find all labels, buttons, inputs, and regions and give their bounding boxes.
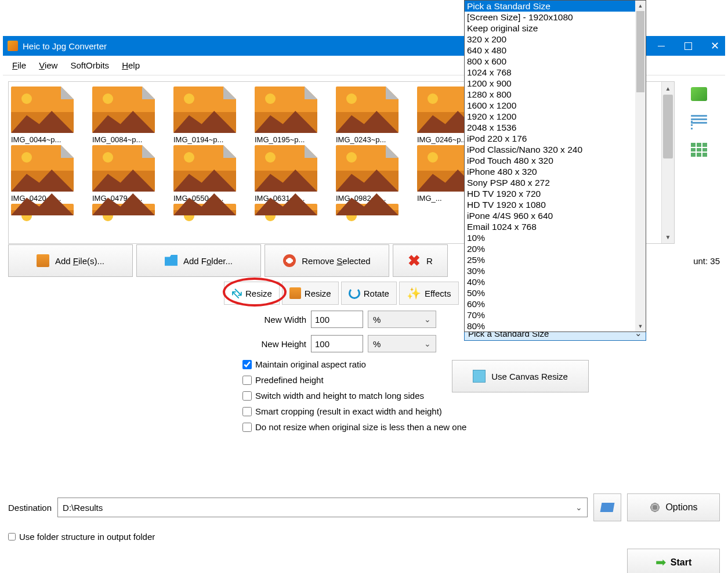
dropdown-option[interactable]: 40%: [465, 276, 646, 287]
minimize-button[interactable]: [648, 36, 675, 56]
grid-view-icon[interactable]: [691, 143, 707, 157]
dropdown-option[interactable]: 80%: [465, 320, 646, 331]
menu-help[interactable]: Help: [116, 58, 146, 73]
dropdown-option[interactable]: iPhone 480 x 320: [465, 166, 646, 177]
dropdown-option[interactable]: Email 1024 x 768: [465, 221, 646, 232]
dropdown-option[interactable]: iPod Classic/Nano 320 x 240: [465, 144, 646, 155]
tab-resize-image[interactable]: Resize: [282, 282, 339, 305]
thumbnail-label: IMG_0243~p...: [336, 135, 405, 144]
folder-structure-checkbox[interactable]: [8, 533, 16, 540]
dd-scroll-down-icon[interactable]: ▼: [635, 321, 646, 331]
menu-file[interactable]: File: [6, 58, 32, 73]
dropdown-option[interactable]: 1600 x 1200: [465, 100, 646, 111]
thumbnail-label: IMG_0195~p...: [255, 135, 324, 144]
dropdown-option[interactable]: 640 x 480: [465, 45, 646, 56]
thumbnail-item[interactable]: IMG_0194~p...: [173, 87, 243, 144]
new-height-input[interactable]: [311, 335, 363, 352]
thumbs-scrollbar[interactable]: ▲ ▼: [661, 82, 674, 243]
thumbnail-item[interactable]: IMG_0420~p...: [11, 145, 81, 203]
browse-folder-icon: [600, 503, 615, 512]
dd-scroll-up-icon[interactable]: ▲: [635, 1, 646, 11]
switch-wh-checkbox[interactable]: [242, 391, 252, 401]
dropdown-option[interactable]: 30%: [465, 265, 646, 276]
dropdown-option[interactable]: 320 x 200: [465, 34, 646, 45]
dropdown-option[interactable]: 800 x 600: [465, 56, 646, 67]
thumbnail-item[interactable]: IMG_0550~p...: [173, 145, 243, 203]
maintain-aspect-checkbox[interactable]: [242, 360, 252, 369]
scroll-down-icon[interactable]: ▼: [662, 230, 674, 243]
start-button[interactable]: ➡Start: [627, 549, 720, 573]
dropdown-option[interactable]: 25%: [465, 254, 646, 265]
dropdown-option[interactable]: 60%: [465, 298, 646, 309]
standard-size-dropdown[interactable]: Pick a Standard Size[Screen Size] - 1920…: [464, 0, 646, 332]
dropdown-scrollbar[interactable]: ▲ ▼: [635, 1, 646, 331]
no-resize-checkbox[interactable]: [242, 423, 252, 432]
scroll-up-icon[interactable]: ▲: [662, 82, 674, 95]
menu-view[interactable]: View: [33, 58, 63, 73]
remove-all-button[interactable]: ✖ R: [393, 244, 448, 277]
view-switcher: [691, 87, 707, 157]
smart-crop-checkbox[interactable]: [242, 407, 252, 416]
dropdown-option[interactable]: 50%: [465, 287, 646, 298]
dropdown-option[interactable]: 1920 x 1200: [465, 111, 646, 122]
options-button[interactable]: Options: [627, 493, 720, 521]
predefined-height-checkbox[interactable]: [242, 376, 252, 385]
dropdown-option[interactable]: iPone 4/4S 960 x 640: [465, 210, 646, 221]
thumbnail-item[interactable]: IMG_0479~p...: [92, 145, 162, 203]
dropdown-option[interactable]: iPod 220 x 176: [465, 133, 646, 144]
thumbnail-item[interactable]: IMG_0243~p...: [336, 87, 405, 144]
app-icon: [8, 41, 18, 51]
thumbnail-view-icon[interactable]: [691, 87, 707, 101]
thumbnail-item[interactable]: IMG_0982~p...: [336, 145, 405, 203]
folder-icon: [165, 254, 178, 267]
thumbnail-label: IMG_0194~p...: [173, 135, 243, 144]
add-files-button[interactable]: Add File(s)...: [8, 244, 133, 277]
destination-input[interactable]: D:\Results: [57, 498, 588, 517]
tab-resize[interactable]: ⇄ Resize: [224, 282, 280, 305]
dropdown-option[interactable]: iPod Touch 480 x 320: [465, 155, 646, 166]
dropdown-option[interactable]: 1024 x 768: [465, 67, 646, 78]
canvas-resize-button[interactable]: Use Canvas Resize: [452, 360, 589, 392]
add-folder-button[interactable]: Add Folder...: [136, 244, 261, 277]
remove-icon: [283, 254, 296, 267]
dropdown-option[interactable]: 10%: [465, 232, 646, 243]
scroll-thumb[interactable]: [663, 95, 673, 158]
destination-label: Destination: [8, 503, 52, 513]
bottom-bar: Destination D:\Results Options Use folde…: [8, 493, 720, 573]
dropdown-option[interactable]: [Screen Size] - 1920x1080: [465, 12, 646, 23]
tab-effects[interactable]: ✨ Effects: [399, 282, 459, 305]
close-button[interactable]: ✕: [701, 36, 728, 56]
new-width-label: New Width: [242, 315, 306, 325]
dropdown-option[interactable]: 20%: [465, 243, 646, 254]
height-unit-select[interactable]: %: [368, 335, 436, 352]
thumbnail-item[interactable]: IMG_0044~p...: [11, 87, 81, 144]
thumbnail-label: IMG_0044~p...: [11, 135, 81, 144]
dropdown-option[interactable]: 70%: [465, 309, 646, 320]
browse-button[interactable]: [593, 493, 621, 521]
image-icon: [289, 287, 301, 299]
effects-icon: ✨: [407, 286, 421, 300]
remove-selected-button[interactable]: Remove Selected: [265, 244, 389, 277]
window-title: Heic to Jpg Converter: [23, 41, 107, 51]
thumbnail-item[interactable]: IMG_0084~p...: [92, 87, 162, 144]
resize-arrow-icon: ⇄: [227, 284, 245, 302]
thumbnail-item[interactable]: IMG_0631~p...: [255, 145, 324, 203]
thumbnail-item[interactable]: IMG_0195~p...: [255, 87, 324, 144]
width-unit-select[interactable]: %: [368, 311, 436, 328]
dropdown-option[interactable]: HD TV 1920 x 1080: [465, 199, 646, 210]
dropdown-option[interactable]: Pick a Standard Size: [465, 1, 646, 12]
file-icon: [37, 254, 49, 267]
dropdown-option[interactable]: 1200 x 900: [465, 78, 646, 89]
dropdown-option[interactable]: 1280 x 800: [465, 89, 646, 100]
dropdown-option[interactable]: Sony PSP 480 x 272: [465, 177, 646, 188]
dropdown-option[interactable]: Keep original size: [465, 23, 646, 34]
tab-rotate[interactable]: Rotate: [341, 282, 397, 305]
dd-scroll-thumb[interactable]: [636, 11, 644, 92]
maximize-button[interactable]: [675, 36, 701, 56]
list-view-icon[interactable]: [691, 115, 707, 129]
dropdown-option[interactable]: HD TV 1920 x 720: [465, 188, 646, 199]
menu-softorbits[interactable]: SoftOrbits: [64, 58, 115, 73]
gear-icon: [649, 502, 661, 513]
dropdown-option[interactable]: 2048 x 1536: [465, 122, 646, 133]
new-width-input[interactable]: [311, 311, 363, 328]
